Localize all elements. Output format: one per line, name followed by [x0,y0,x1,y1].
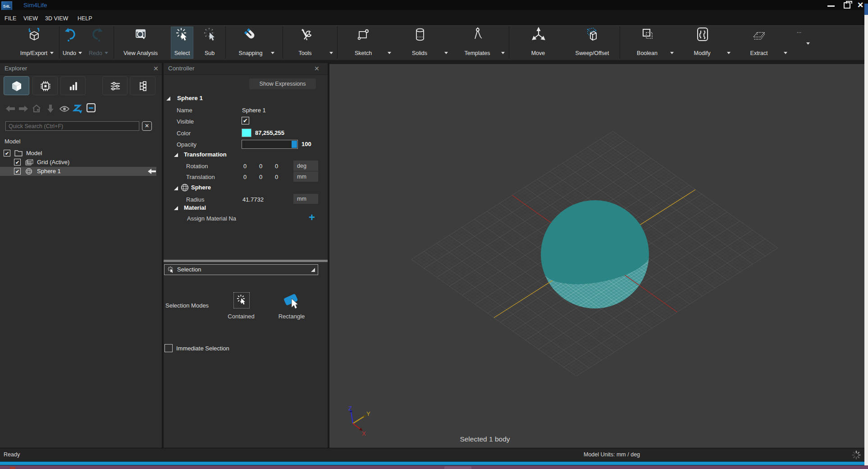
visible-checkbox[interactable]: ✔ [242,117,249,124]
rotation-x[interactable]: 0 [243,163,247,170]
color-swatch[interactable] [242,129,251,137]
toolbar-sketch-label[interactable]: Sketch [355,50,372,56]
sketch-dropdown-icon[interactable] [388,52,391,54]
expand-triangle[interactable] [174,186,178,190]
toolbar-sweepoffset-label[interactable]: Sweep/Offset [576,50,609,56]
boolean-dropdown-icon[interactable] [670,52,674,54]
close-button[interactable]: ✕ [857,0,863,10]
menu-3dview[interactable]: 3D VIEW [45,15,68,22]
tree-row-grid[interactable]: ✔ Grid (Active) [0,158,162,167]
view-analysis-icon[interactable] [132,27,149,43]
expand-triangle[interactable] [174,153,178,157]
controller-close-icon[interactable]: ✕ [314,65,320,72]
toolbar-undo-label[interactable]: Undo [63,50,76,56]
toolbar-modify-label[interactable]: Modify [694,50,711,56]
name-value[interactable]: Sphere 1 [242,107,266,114]
collapse-all-icon[interactable] [87,103,96,112]
toolbar-impexport-label[interactable]: Imp/Export [20,50,47,56]
snapping-icon[interactable] [242,26,259,43]
boolean-icon[interactable] [640,27,656,43]
tree-item-label[interactable]: Grid (Active) [37,159,69,166]
toolbar-redo-label[interactable]: Redo [89,50,102,56]
translation-y[interactable]: 0 [259,174,262,180]
minimize-button[interactable] [827,5,835,7]
extract-dropdown-icon[interactable] [784,52,787,54]
grid-checkbox[interactable]: ✔ [14,159,21,166]
tools-icon[interactable] [298,27,315,43]
zoom-to-fit-icon[interactable] [73,103,83,114]
sketch-icon[interactable] [355,27,371,43]
modify-icon[interactable] [694,26,711,43]
menu-help[interactable]: HELP [78,15,92,22]
more-dropdown-icon[interactable] [806,42,810,45]
redo-icon[interactable] [89,27,104,43]
explorer-tab-analysis[interactable] [60,76,86,95]
modify-dropdown-icon[interactable] [727,52,731,54]
toolbar-tools-label[interactable]: Tools [298,50,311,56]
toolbar-templates-label[interactable]: Templates [465,50,490,56]
nav-back-icon[interactable] [5,105,15,113]
solids-dropdown-icon[interactable] [444,52,448,54]
contained-mode-button[interactable] [233,292,250,308]
rotation-z[interactable]: 0 [275,163,278,170]
redo-dropdown-icon[interactable] [105,52,108,54]
toolbar-select-label[interactable]: Select [174,50,190,56]
extract-icon[interactable] [751,27,768,44]
viewport-3d[interactable]: ZYX Selected 1 body [329,64,864,448]
explorer-tab-hierarchy[interactable] [130,76,155,95]
sweep-offset-icon[interactable] [584,26,601,43]
explorer-close-icon[interactable]: ✕ [153,65,159,72]
move-icon[interactable] [530,27,547,43]
opacity-slider[interactable] [242,140,298,149]
impexport-dropdown-icon[interactable] [50,52,54,54]
nav-down-icon[interactable] [47,104,54,113]
panel-splitter[interactable] [164,260,328,262]
explorer-tab-properties[interactable] [102,76,128,95]
immediate-selection-checkbox[interactable] [164,344,173,352]
snapping-dropdown-icon[interactable] [271,52,274,54]
opacity-slider-handle[interactable] [292,141,297,148]
tree-item-label[interactable]: Model [26,150,42,156]
radius-value[interactable]: 41.7732 [242,196,264,203]
templates-icon[interactable] [469,26,486,43]
undo-icon[interactable] [64,27,78,43]
expand-triangle[interactable] [166,97,170,101]
import-export-icon[interactable] [26,27,42,43]
undo-dropdown-icon[interactable] [78,52,82,54]
toolbar-sub-label[interactable]: Sub [205,50,215,56]
toolbar-extract-label[interactable]: Extract [750,50,768,56]
visibility-eye-icon[interactable] [59,106,70,112]
model-checkbox[interactable]: ✔ [4,150,10,156]
explorer-tab-model[interactable] [4,76,29,95]
sphere-checkbox[interactable]: ✔ [14,168,21,175]
toolbar-more-label[interactable]: ... [797,28,801,34]
toolbar-viewanalysis-label[interactable]: View Analysis [123,50,158,56]
translation-z[interactable]: 0 [275,174,278,180]
solids-icon[interactable] [411,26,429,43]
toolbar-snapping-label[interactable]: Snapping [239,50,263,56]
selection-section-bar[interactable]: Selection [164,264,318,275]
menu-view[interactable]: VIEW [23,15,38,22]
toolbar-boolean-label[interactable]: Boolean [637,50,658,56]
search-clear-button[interactable]: ✕ [142,121,152,131]
toolbar-move-label[interactable]: Move [531,50,545,56]
translation-x[interactable]: 0 [243,174,247,180]
nav-forward-icon[interactable] [18,105,28,113]
select-icon[interactable] [174,27,190,43]
nav-home-icon[interactable] [32,104,41,113]
explorer-tab-simulations[interactable] [32,76,58,95]
tree-item-label[interactable]: Sphere 1 [37,168,61,175]
quick-search-input[interactable] [5,121,139,131]
show-expressions-button[interactable]: Show Expressions [249,78,316,89]
add-material-button[interactable]: + [309,211,315,224]
rotation-y[interactable]: 0 [259,163,262,170]
toolbar-solids-label[interactable]: Solids [412,50,427,56]
expand-triangle[interactable] [174,206,178,210]
rectangle-mode-button[interactable] [282,292,302,310]
templates-dropdown-icon[interactable] [501,52,505,54]
menu-file[interactable]: FILE [5,15,16,22]
tree-row-sphere[interactable]: ✔ Sphere 1 [0,167,156,176]
selection-collapse-triangle[interactable] [311,268,315,272]
tools-dropdown-icon[interactable] [329,52,333,54]
tree-row-model[interactable]: ✔ Model [0,149,162,158]
